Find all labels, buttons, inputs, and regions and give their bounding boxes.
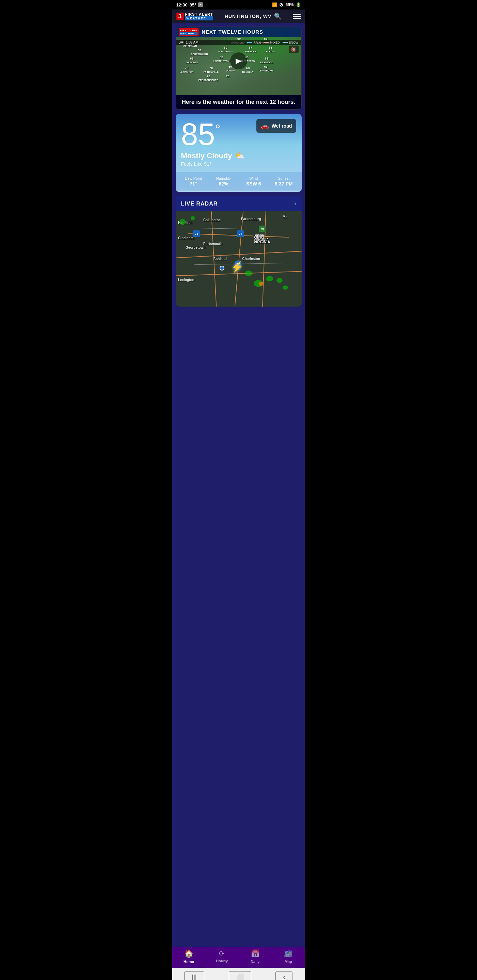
city-ashland: Ashland xyxy=(214,257,227,261)
city-charleston: Charleston xyxy=(242,257,260,261)
stat-sunset: Sunset 8:37 PM xyxy=(269,176,299,186)
status-right: 📶 ⊘ 69% 🔋 xyxy=(272,2,301,8)
legend-snow: SNOW xyxy=(282,41,298,44)
legend-rain: RAIN xyxy=(247,41,261,44)
radar-dot-orange xyxy=(259,282,263,286)
radar-dot-2 xyxy=(191,216,195,220)
weather-main: 85 ° 🚗 Wet road Mostly Cloudy ⛅ Feels Li… xyxy=(175,114,302,172)
highway-79: 79 xyxy=(259,226,266,232)
nav-map[interactable]: 🗺️ Map xyxy=(272,950,305,964)
map-label: Map xyxy=(285,959,292,964)
city-georgetown: Georgetown xyxy=(185,246,205,250)
time-display: 12:30 xyxy=(176,2,188,8)
city-lexington: Lexington xyxy=(178,278,195,282)
city-parkersburg: Parkersburg xyxy=(241,217,261,221)
menu-line-3 xyxy=(293,18,301,19)
temp-grayson: 68GRAYSON xyxy=(186,57,198,64)
humidity-value: 62% xyxy=(208,181,239,186)
wet-road-label: Wet road xyxy=(272,123,292,129)
logo-container: 3 FIRST ALERT WEATHER xyxy=(176,12,213,21)
temp-portsmouth: 68PORTSMOUTH xyxy=(191,49,208,56)
status-left: 12:30 85° ✕ xyxy=(176,2,203,8)
radar-card: LIVE RADAR › xyxy=(175,196,302,307)
main-content: 69CINCINNATI 69PARKERSBURG 66CLARKSBURG … xyxy=(172,23,305,947)
radar-header[interactable]: LIVE RADAR › xyxy=(175,196,302,211)
video-time: SAT 1:00 AM xyxy=(179,40,198,44)
map-icon: 🗺️ xyxy=(284,950,293,958)
first-alert-badge: FIRST ALERTWEATHER xyxy=(179,28,199,36)
first-alert-label: FIRST ALERT xyxy=(185,12,213,16)
temp-status: 85° xyxy=(190,2,196,8)
battery-percent: 69% xyxy=(285,2,294,7)
temp-gallipolis: 69GALLIPOLIS xyxy=(219,46,233,53)
mute-button[interactable]: 🔇 xyxy=(289,46,298,53)
temp-huntington: 68HUNTINGTON xyxy=(214,56,230,63)
home-label: Home xyxy=(183,959,194,964)
radar-dot-1 xyxy=(179,219,185,225)
search-button[interactable]: 🔍 xyxy=(274,13,282,20)
video-card: 69CINCINNATI 69PARKERSBURG 66CLARKSBURG … xyxy=(175,27,302,110)
weather-stats: Dew Point 71° Humidity 62% Wind SSW 6 Su… xyxy=(175,172,302,191)
video-frame[interactable]: 69CINCINNATI 69PARKERSBURG 66CLARKSBURG … xyxy=(176,27,302,95)
weather-description: Mostly Cloudy ⛅ xyxy=(181,151,296,161)
weather-text: Mostly Cloudy xyxy=(181,151,232,160)
menu-line-1 xyxy=(293,14,301,14)
temp-elkins: 65ELKINS xyxy=(266,46,275,53)
city-cincinnati: Cincinnati xyxy=(178,236,195,240)
status-bar: 12:30 85° ✕ 📶 ⊘ 69% 🔋 xyxy=(172,0,305,10)
radar-map[interactable]: Hamilton Chillicothe Parkersburg Mc Cinc… xyxy=(175,211,302,307)
city-portsmouth: Portsmouth xyxy=(203,242,222,246)
city-mc: Mc xyxy=(282,215,287,219)
legend-mixed: MIXED xyxy=(263,41,280,44)
temp-richwood: 63RICHWOOD xyxy=(260,57,273,64)
temp-prestonsburg: 70PRESTONSBURG xyxy=(198,75,219,82)
wind-label: Wind xyxy=(239,176,269,180)
west-virginia-label: WESTVIRGINIA xyxy=(254,234,270,245)
radar-title: LIVE RADAR xyxy=(181,201,218,207)
road-network xyxy=(175,211,302,307)
nav-daily[interactable]: 📅 Daily xyxy=(239,950,272,964)
home-button[interactable]: ⬜ xyxy=(229,971,251,980)
play-button[interactable]: ▶ xyxy=(230,52,247,69)
temp-70: 70 xyxy=(226,75,230,78)
channel-number: 3 xyxy=(176,13,184,20)
location-text: HUNTINGTON, WV xyxy=(225,14,271,19)
weather-label: WEATHER xyxy=(185,16,213,21)
temp-paintsville: 70PAINTSVILLE xyxy=(203,66,219,74)
temp-lewisburg: 63LEWISBURG xyxy=(258,65,273,73)
radar-dot-3 xyxy=(245,270,252,276)
legend: RAIN MIXED SNOW xyxy=(247,41,298,44)
humidity-label: Humidity xyxy=(208,176,239,180)
stat-dewpoint: Dew Point 71° xyxy=(179,176,209,186)
bottom-nav: 🏠 Home ⟳ Hourly 📅 Daily 🗺️ Map xyxy=(172,947,305,968)
map-background: Hamilton Chillicothe Parkersburg Mc Cinc… xyxy=(175,211,302,307)
weather-card: 85 ° 🚗 Wet road Mostly Cloudy ⛅ Feels Li… xyxy=(175,114,302,192)
temp-number: 85 xyxy=(181,119,215,150)
highway-71: 71 xyxy=(193,231,200,237)
nav-hourly[interactable]: ⟳ Hourly xyxy=(205,950,239,964)
nav-home[interactable]: 🏠 Home xyxy=(172,950,206,964)
wet-road-icon: 🚗 xyxy=(260,122,269,130)
current-location-dot xyxy=(220,266,224,270)
feels-like: Feels Like 91° xyxy=(181,161,296,167)
wifi-icon: 📶 xyxy=(272,2,277,7)
temp-lexington: 70LEXINGTON xyxy=(180,66,194,74)
logo-text: FIRST ALERT WEATHER xyxy=(185,12,213,21)
lightning-icon: ⚡ xyxy=(231,261,243,273)
wet-road-badge: 🚗 Wet road xyxy=(256,119,296,133)
video-caption: Here is the weather for the next 12 hour… xyxy=(176,95,302,109)
daily-icon: 📅 xyxy=(250,950,260,958)
radar-dot-6 xyxy=(276,278,282,283)
notification-icon: ✕ xyxy=(198,2,203,7)
next-twelve-label: NEXT TWELVE HOURS xyxy=(201,29,263,35)
sunset-value: 8:37 PM xyxy=(269,181,299,186)
system-nav: ||| ⬜ ‹ xyxy=(172,968,305,980)
recent-apps-button[interactable]: ||| xyxy=(184,972,204,980)
menu-button[interactable] xyxy=(293,14,301,19)
video-time-bar: SAT 1:00 AM RAIN MIXED SNOW xyxy=(176,40,302,45)
menu-line-2 xyxy=(293,16,301,17)
no-disturb-icon: ⊘ xyxy=(279,2,283,8)
app-header: 3 FIRST ALERT WEATHER HUNTINGTON, WV 🔍 xyxy=(172,10,305,23)
back-button[interactable]: ‹ xyxy=(276,972,292,980)
battery-icon: 🔋 xyxy=(296,2,301,7)
